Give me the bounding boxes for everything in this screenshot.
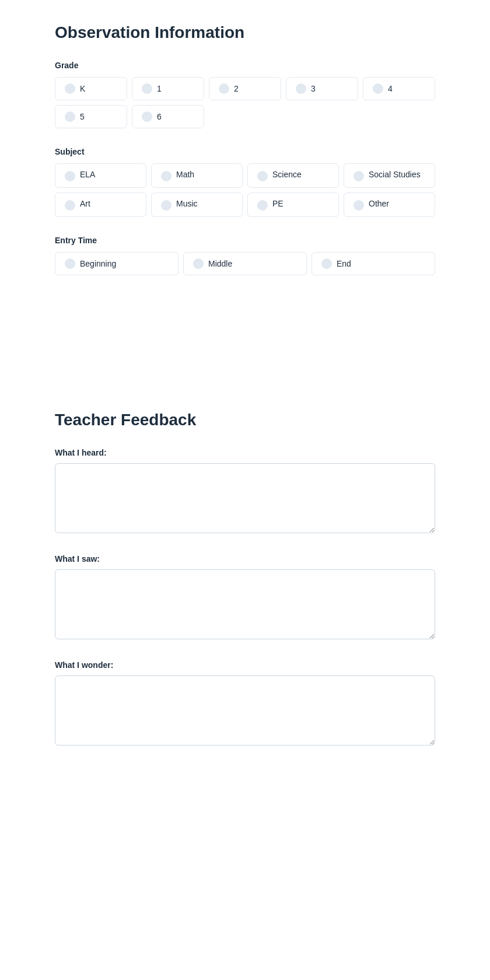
entry-time-label: Entry Time bbox=[55, 236, 435, 245]
subject-option-art[interactable]: Art bbox=[55, 192, 146, 217]
grade-option-5[interactable]: 5 bbox=[55, 105, 127, 128]
radio-circle-beginning bbox=[65, 258, 75, 269]
subject-option-math[interactable]: Math bbox=[151, 163, 243, 188]
subject-group: Subject ELA Math Science Social Studies bbox=[55, 147, 435, 217]
subject-option-ela[interactable]: ELA bbox=[55, 163, 146, 188]
radio-circle-science bbox=[257, 171, 268, 181]
what-i-wonder-label: What I wonder: bbox=[55, 660, 435, 670]
subject-label: Subject bbox=[55, 147, 435, 156]
subject-label-pe: PE bbox=[272, 199, 284, 208]
what-i-saw-field: What I saw: bbox=[55, 554, 435, 642]
grade-label-5: 5 bbox=[80, 112, 85, 121]
entry-option-end[interactable]: End bbox=[312, 252, 435, 275]
entry-time-options: Beginning Middle End bbox=[55, 252, 435, 275]
grade-label-k: K bbox=[80, 84, 85, 93]
subject-label-music: Music bbox=[176, 199, 198, 208]
subject-options: ELA Math Science Social Studies Art bbox=[55, 163, 435, 217]
radio-circle-ela bbox=[65, 171, 75, 181]
subject-label-social-studies: Social Studies bbox=[369, 170, 421, 179]
radio-circle-math bbox=[161, 171, 172, 181]
feedback-section: Teacher Feedback What I heard: What I sa… bbox=[55, 411, 435, 748]
subject-label-art: Art bbox=[80, 199, 90, 208]
radio-circle-social-studies bbox=[354, 171, 364, 181]
what-i-saw-label: What I saw: bbox=[55, 554, 435, 564]
subject-option-science[interactable]: Science bbox=[247, 163, 339, 188]
what-i-heard-label: What I heard: bbox=[55, 448, 435, 457]
grade-option-3[interactable]: 3 bbox=[286, 77, 358, 100]
subject-option-pe[interactable]: PE bbox=[247, 192, 339, 217]
feedback-section-title: Teacher Feedback bbox=[55, 411, 435, 429]
grade-options: K 1 2 3 bbox=[55, 77, 435, 128]
grade-label: Grade bbox=[55, 61, 435, 70]
subject-option-music[interactable]: Music bbox=[151, 192, 243, 217]
radio-circle-6 bbox=[142, 111, 152, 122]
radio-circle-3 bbox=[296, 83, 306, 94]
what-i-wonder-field: What I wonder: bbox=[55, 660, 435, 748]
radio-circle-music bbox=[161, 200, 172, 211]
radio-circle-art bbox=[65, 200, 75, 211]
subject-label-other: Other bbox=[369, 199, 389, 208]
radio-circle-1 bbox=[142, 83, 152, 94]
grade-label-4: 4 bbox=[388, 84, 393, 93]
entry-option-beginning[interactable]: Beginning bbox=[55, 252, 178, 275]
entry-option-middle[interactable]: Middle bbox=[183, 252, 307, 275]
radio-circle-k bbox=[65, 83, 75, 94]
subject-label-ela: ELA bbox=[80, 170, 95, 179]
grade-group: Grade K 1 2 bbox=[55, 61, 435, 128]
radio-circle-other bbox=[354, 200, 364, 211]
observation-section: Observation Information Grade K 1 2 bbox=[55, 23, 435, 275]
radio-circle-middle bbox=[193, 258, 204, 269]
what-i-heard-field: What I heard: bbox=[55, 448, 435, 536]
grade-option-2[interactable]: 2 bbox=[209, 77, 281, 100]
what-i-wonder-input[interactable] bbox=[55, 676, 435, 746]
radio-circle-end bbox=[321, 258, 332, 269]
grade-label-6: 6 bbox=[157, 112, 162, 121]
section-divider bbox=[55, 294, 435, 411]
entry-label-middle: Middle bbox=[208, 259, 232, 268]
subject-option-social-studies[interactable]: Social Studies bbox=[344, 163, 435, 188]
grade-label-3: 3 bbox=[311, 84, 316, 93]
radio-circle-5 bbox=[65, 111, 75, 122]
grade-label-2: 2 bbox=[234, 84, 239, 93]
grade-label-1: 1 bbox=[157, 84, 162, 93]
radio-circle-4 bbox=[373, 83, 383, 94]
what-i-saw-input[interactable] bbox=[55, 569, 435, 639]
observation-section-title: Observation Information bbox=[55, 23, 435, 42]
radio-circle-pe bbox=[257, 200, 268, 211]
subject-option-other[interactable]: Other bbox=[344, 192, 435, 217]
grade-option-1[interactable]: 1 bbox=[132, 77, 204, 100]
subject-label-science: Science bbox=[272, 170, 302, 179]
entry-label-beginning: Beginning bbox=[80, 259, 116, 268]
grade-option-6[interactable]: 6 bbox=[132, 105, 204, 128]
radio-circle-2 bbox=[219, 83, 229, 94]
entry-label-end: End bbox=[337, 259, 351, 268]
entry-time-group: Entry Time Beginning Middle End bbox=[55, 236, 435, 275]
what-i-heard-input[interactable] bbox=[55, 463, 435, 533]
grade-option-4[interactable]: 4 bbox=[363, 77, 435, 100]
subject-label-math: Math bbox=[176, 170, 194, 179]
grade-option-k[interactable]: K bbox=[55, 77, 127, 100]
